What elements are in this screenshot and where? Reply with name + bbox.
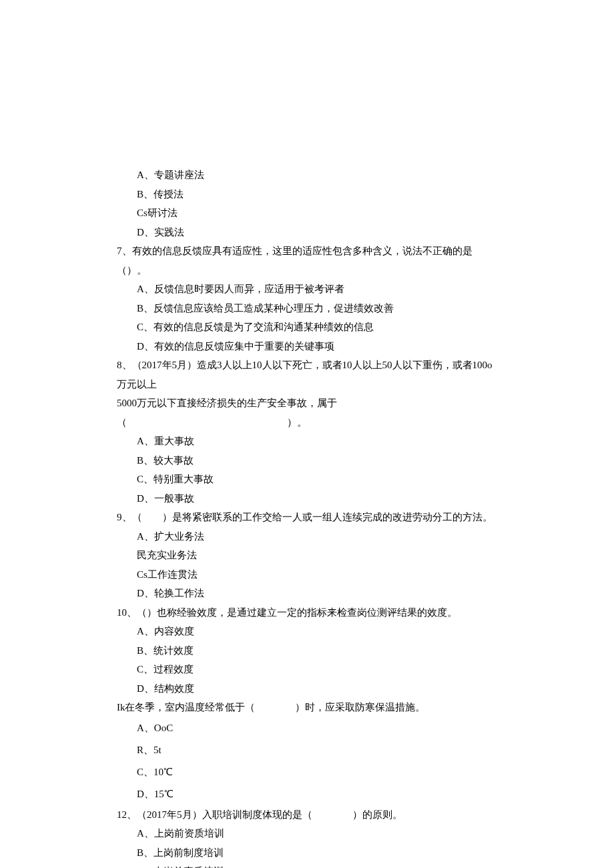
q6-option-a: A、专题讲座法: [117, 165, 497, 185]
q9-text: 9、（ ）是将紧密联系的工作交给一人或一组人连续完成的改进劳动分工的方法。: [117, 508, 497, 527]
q10-text: 10、（）也称经验效度，是通过建立一定的指标来检查岗位测评结果的效度。: [117, 603, 497, 622]
document-page: A、专题讲座法 B、传授法 Cs研讨法 D、实践法 7、有效的信息反馈应具有适应…: [0, 0, 614, 868]
q8-option-d: D、一般事故: [117, 489, 497, 508]
q11-option-d: D、15℃: [117, 783, 497, 805]
q8-text-line2: 5000万元以下直接经济损失的生产安全事故，属于（ ）。: [117, 394, 497, 432]
q11-option-a: A、OoC: [117, 717, 497, 739]
q6-option-d: D、实践法: [117, 223, 497, 242]
q12-option-b: B、上岗前制度培训: [117, 843, 497, 863]
q12-text: 12、（2017年5月）入职培训制度体现的是（ ）的原则。: [117, 805, 497, 825]
q8-option-b: B、较大事故: [117, 451, 497, 470]
q7-text: 7、有效的信息反馈应具有适应性，这里的适应性包含多种含义，说法不正确的是（）。: [117, 242, 497, 280]
q11-text: Ik在冬季，室内温度经常低于（ ）时，应采取防寒保温措施。: [117, 698, 497, 717]
q10-option-c: C、过程效度: [117, 660, 497, 679]
q7-option-a: A、反馈信息时要因人而异，应适用于被考评者: [117, 280, 497, 299]
q6-option-c: Cs研讨法: [117, 203, 497, 223]
q7-option-d: D、有效的信息反馈应集中于重要的关键事项: [117, 337, 497, 356]
q12-option-c: C、上岗前素质培训: [117, 862, 497, 868]
q10-option-d: D、结构效度: [117, 679, 497, 699]
q8-option-a: A、重大事故: [117, 432, 497, 451]
q6-option-b: B、传授法: [117, 185, 497, 204]
q11-option-b: R、5t: [117, 739, 497, 761]
q12-option-a: A、上岗前资质培训: [117, 824, 497, 843]
q7-option-c: C、有效的信息反馈是为了交流和沟通某种绩效的信息: [117, 318, 497, 337]
q8-option-c: C、特别重大事故: [117, 470, 497, 489]
q7-option-b: B、反馈信息应该给员工造成某种心理压力，促进绩效改善: [117, 299, 497, 318]
q9-option-c: Cs工作连贯法: [117, 565, 497, 584]
q9-option-a: A、扩大业务法: [117, 527, 497, 546]
q10-option-a: A、内容效度: [117, 622, 497, 641]
q11-option-c: C、10℃: [117, 761, 497, 783]
q10-option-b: B、统计效度: [117, 641, 497, 661]
q8-text-line1: 8、（2017年5月）造成3人以上10人以下死亡，或者10人以上50人以下重伤，…: [117, 356, 497, 394]
q9-option-b: 民充实业务法: [117, 546, 497, 565]
q9-option-d: D、轮换工作法: [117, 584, 497, 603]
